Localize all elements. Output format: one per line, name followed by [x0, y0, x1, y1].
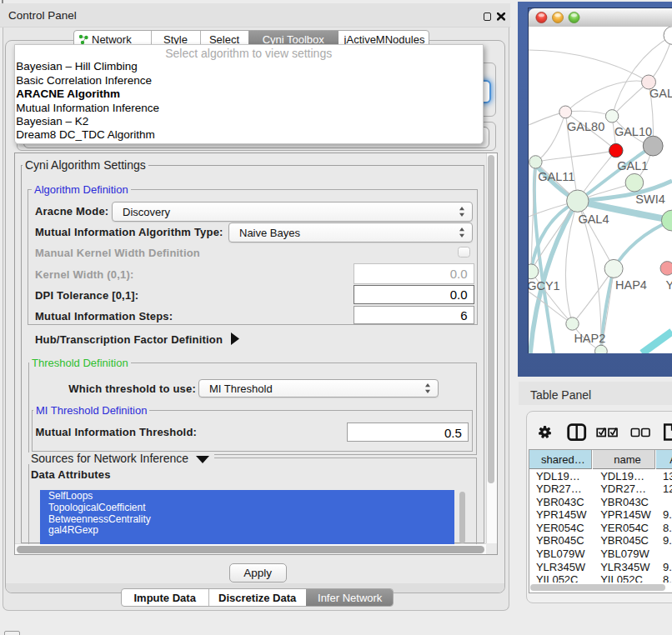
svg-text:GAL10: GAL10 — [614, 125, 652, 138]
svg-text:GAL7: GAL7 — [649, 87, 672, 100]
svg-text:GCY1: GCY1 — [529, 279, 560, 292]
svg-text:GAL80: GAL80 — [567, 120, 604, 133]
svg-text:GAL11: GAL11 — [538, 170, 574, 183]
svg-text:Y: Y — [666, 278, 672, 292]
svg-text:HAP4: HAP4 — [615, 278, 647, 292]
svg-text:GAL4: GAL4 — [578, 212, 609, 226]
svg-text:GAL1: GAL1 — [617, 159, 648, 172]
svg-text:HAP2: HAP2 — [574, 332, 605, 345]
svg-text:SWI4: SWI4 — [635, 192, 664, 206]
